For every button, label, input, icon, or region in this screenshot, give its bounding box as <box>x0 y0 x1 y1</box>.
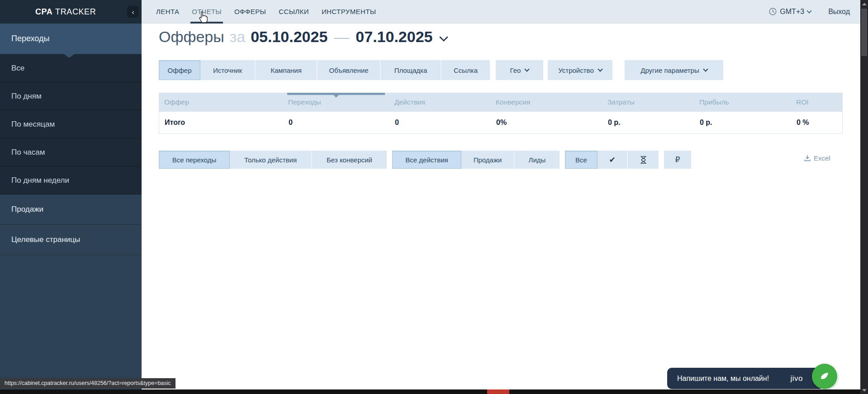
sidebar-item-label: По дням <box>11 92 42 101</box>
logout-link[interactable]: Выход <box>828 8 850 16</box>
tab-ssylka[interactable]: Ссылка <box>441 60 490 80</box>
table-header-row: Оффер Переходы Действия Конверсия Затрат… <box>159 93 843 112</box>
column-header-konversiya[interactable]: Конверсия <box>490 93 602 112</box>
total-profit: 0 р. <box>694 112 791 133</box>
actions-filter-group: Все действия Продажи Лиды <box>392 151 560 169</box>
scrollbar-down-arrow[interactable] <box>860 386 868 394</box>
bottom-taskbar-strip <box>0 389 868 394</box>
title-preposition: за <box>230 28 246 46</box>
tab-istochnik[interactable]: Источник <box>200 60 256 80</box>
sidebar-item-label: Переходы <box>11 34 49 43</box>
chat-message: Напишите нам, мы онлайн! <box>677 375 769 383</box>
triangle-up-icon <box>862 3 867 5</box>
brand-bold: CPA <box>35 7 52 16</box>
download-icon <box>804 155 811 161</box>
column-header-pribyl[interactable]: Прибыль <box>694 93 791 112</box>
chat-bubble-button[interactable] <box>812 364 837 389</box>
clock-icon <box>769 8 777 15</box>
total-costs: 0 р. <box>602 112 694 133</box>
currency-ruble-button[interactable]: ₽ <box>664 151 691 169</box>
filter-vse-perehody[interactable]: Все переходы <box>159 151 230 169</box>
report-table: Оффер Переходы Действия Конверсия Затрат… <box>159 93 843 134</box>
chat-widget[interactable]: Напишите нам, мы онлайн! jivo <box>667 368 824 389</box>
dropdown-label: Устройство <box>558 66 593 74</box>
table-row-total: Итого 0 0 0% 0 р. 0 р. 0 % <box>159 112 843 134</box>
brand-logo: CPA TRACKER <box>0 7 96 17</box>
tab-kampaniya[interactable]: Кампания <box>256 60 318 80</box>
transitions-filter-group: Все переходы Только действия Без конверс… <box>159 151 387 169</box>
tab-offer[interactable]: Оффер <box>159 60 200 80</box>
total-transitions: 0 <box>283 112 389 133</box>
sidebar-item-po-chasam[interactable]: По часам <box>0 138 142 166</box>
chevron-down-icon <box>598 66 602 71</box>
sidebar-item-label: По часам <box>11 148 45 157</box>
currency-group: ₽ <box>664 151 691 169</box>
scrollbar-thumb[interactable] <box>861 9 867 56</box>
jivo-logo: jivo <box>790 374 803 383</box>
sidebar-item-celevye-stranicy[interactable]: Целевые страницы <box>0 225 142 255</box>
timezone-selector[interactable]: GMT+3 <box>769 8 811 16</box>
filter-lidy[interactable]: Лиды <box>515 151 560 169</box>
export-label: Excel <box>814 154 830 162</box>
filter-pending-button[interactable] <box>628 151 659 169</box>
sidebar-item-prodazhi[interactable]: Продажи <box>0 195 142 225</box>
sidebar-collapse-button[interactable]: ‹ <box>127 6 139 18</box>
column-header-zatraty[interactable]: Затраты <box>602 93 694 112</box>
dimension-tab-group: Оффер Источник Кампания Объявление Площа… <box>159 60 490 80</box>
column-header-offer[interactable]: Оффер <box>159 93 283 112</box>
jivo-leaf-icon <box>819 370 830 382</box>
dropdown-ustroystvo[interactable]: Устройство <box>548 60 612 80</box>
timezone-label: GMT+3 <box>780 8 804 16</box>
status-bar-url: https://cabinet.cpatracker.ru/users/4825… <box>0 378 175 389</box>
total-label: Итого <box>159 112 283 133</box>
column-header-roi[interactable]: ROI <box>791 93 843 112</box>
column-header-perehody[interactable]: Переходы <box>283 93 389 112</box>
sidebar-item-perehody[interactable]: Переходы <box>0 24 142 54</box>
main-navigation: ЛЕНТА ОТЧЕТЫ ОФФЕРЫ ССЫЛКИ ИНСТРУМЕНТЫ <box>142 0 376 23</box>
sidebar-item-label: Целевые страницы <box>11 235 80 244</box>
date-dash: — <box>334 28 349 46</box>
dropdown-geo[interactable]: Гео <box>496 60 543 80</box>
sidebar-header: CPA TRACKER ‹ <box>0 0 142 24</box>
filter-vse-deystviya[interactable]: Все действия <box>392 151 461 169</box>
column-header-deystviya[interactable]: Действия <box>389 93 490 112</box>
hourglass-icon <box>640 156 647 164</box>
sidebar-item-vse[interactable]: Все <box>0 54 142 82</box>
scrollbar-up-arrow[interactable] <box>860 0 868 8</box>
filter-confirmed-button[interactable]: ✔ <box>598 151 628 169</box>
sidebar-item-po-dnyam-nedeli[interactable]: По дням недели <box>0 166 142 195</box>
sidebar-item-po-dnyam[interactable]: По дням <box>0 82 142 110</box>
tab-ploschadka[interactable]: Площадка <box>381 60 441 80</box>
nav-instrumenty[interactable]: ИНСТРУМЕНТЫ <box>322 0 376 24</box>
sidebar-item-label: По дням недели <box>11 176 69 185</box>
column-header-label: Переходы <box>288 98 321 106</box>
vertical-scrollbar[interactable] <box>860 0 868 394</box>
date-picker-chevron-icon[interactable] <box>439 36 448 42</box>
sort-caret-down-icon <box>333 95 339 98</box>
date-from[interactable]: 05.10.2025 <box>251 28 327 46</box>
nav-ssylki[interactable]: ССЫЛКИ <box>279 0 309 24</box>
topbar-right: GMT+3 Выход <box>769 0 868 23</box>
tab-obyavlenie[interactable]: Объявление <box>318 60 381 80</box>
cpa-tracker-app: CPA TRACKER ‹ Переходы Все По дням По ме… <box>0 0 868 394</box>
filter-tolko-deystviya[interactable]: Только действия <box>230 151 312 169</box>
sidebar: CPA TRACKER ‹ Переходы Все По дням По ме… <box>0 0 142 390</box>
date-to[interactable]: 07.10.2025 <box>356 28 432 46</box>
filter-prodazhi[interactable]: Продажи <box>461 151 515 169</box>
brand-rest: TRACKER <box>55 7 96 16</box>
dropdown-drugie-parametry[interactable]: Другие параметры <box>625 60 723 80</box>
sidebar-item-label: Все <box>11 64 24 73</box>
nav-lenta[interactable]: ЛЕНТА <box>156 0 179 24</box>
filter-bez-konversiy[interactable]: Без конверсий <box>312 151 387 169</box>
sidebar-item-label: Продажи <box>11 205 43 214</box>
sidebar-item-po-mesyacam[interactable]: По месяцам <box>0 110 142 138</box>
export-excel-link[interactable]: Excel <box>804 154 830 162</box>
report-title-row: Офферы за 05.10.2025 — 07.10.2025 <box>159 28 448 46</box>
nav-otchety[interactable]: ОТЧЕТЫ <box>192 0 222 24</box>
nav-offery[interactable]: ОФФЕРЫ <box>234 0 266 24</box>
topbar: ЛЕНТА ОТЧЕТЫ ОФФЕРЫ ССЫЛКИ ИНСТРУМЕНТЫ G… <box>142 0 868 24</box>
filter-status-vse[interactable]: Все <box>565 151 598 169</box>
dimension-tabs-row: Оффер Источник Кампания Объявление Площа… <box>159 60 723 80</box>
check-icon: ✔ <box>609 155 615 165</box>
total-actions: 0 <box>389 112 491 133</box>
